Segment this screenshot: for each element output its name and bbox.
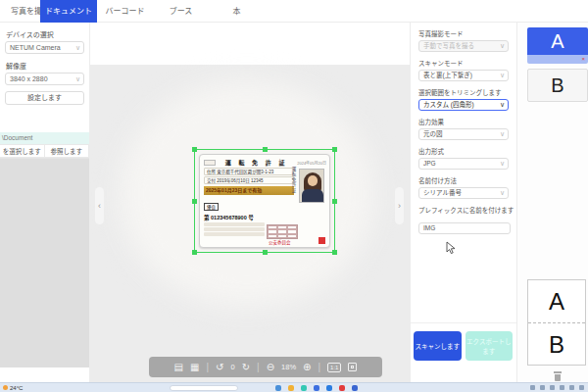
zoom-level-value: 18% (281, 363, 296, 371)
scan-mode-label: スキャンモード (418, 58, 516, 68)
output-effect-value: 元の図 (423, 130, 443, 137)
weather-icon (3, 385, 8, 390)
tab-booth[interactable]: ブース (153, 0, 209, 23)
naming-method-value: シリアル番号 (423, 189, 462, 196)
chevron-down-icon: ∨ (500, 188, 505, 198)
tab-barcode[interactable]: バーコード (97, 0, 153, 23)
rotate-angle-value: 0 (230, 363, 234, 371)
preview-side-a: A (528, 280, 585, 323)
app-icon-red[interactable] (339, 385, 345, 391)
canvas-top-strip (90, 23, 410, 65)
crop-selection-rect[interactable] (194, 149, 335, 253)
toolbar-divider: | (318, 362, 320, 372)
prefix-name-input[interactable] (418, 222, 511, 234)
page-thumbnails-panel: A × B A B (517, 23, 588, 382)
folder-tab-select[interactable]: を選択します (0, 144, 45, 158)
scan-mode-value: 表と裏(上下繋ぎ) (423, 72, 472, 78)
top-tab-bar: 写真を撮る ドキュメント バーコード ブース 本 (0, 0, 588, 23)
crop-range-label: 選択範囲をトリミングします (418, 87, 516, 97)
output-format-select[interactable]: JPG ∨ (418, 158, 509, 170)
chevron-down-icon: ∨ (75, 42, 80, 53)
folder-tab-browse[interactable]: 参照します (45, 144, 90, 158)
chevron-down-icon: ∨ (500, 129, 505, 139)
thumbnail-a-footer: × (527, 55, 588, 64)
file-list-area[interactable] (0, 159, 89, 368)
mouse-cursor (446, 241, 456, 255)
crop-range-value: カスタム (四角形) (423, 101, 474, 108)
remove-page-icon[interactable]: × (581, 56, 585, 62)
app-icon-blue1[interactable] (314, 385, 319, 391)
folder-tabs: を選択します 参照します (0, 144, 89, 159)
camera-preview-canvas[interactable]: 運 転 免 許 証 2024年05月20日 住所 東京都千代田区霞が関3-1-2… (90, 23, 410, 382)
folder-path-header: \Document (0, 132, 89, 144)
taskbar-search-box[interactable] (170, 385, 238, 391)
selection-handle-nw[interactable] (192, 147, 197, 152)
actual-size-icon[interactable]: 1:1 (327, 363, 341, 372)
device-sidebar: デバイスの選択 NETUM Camera ∨ 解像度 3840 x 2880 ∨… (0, 23, 90, 382)
device-select-label: デバイスの選択 (6, 29, 89, 39)
export-button[interactable]: エクスポートします (466, 331, 514, 361)
app-icon-blue3[interactable] (352, 385, 358, 391)
chevron-down-icon: ∨ (500, 41, 505, 51)
zoom-out-icon[interactable]: ⊖ (267, 363, 274, 372)
tab-document[interactable]: ドキュメント (40, 0, 97, 23)
selection-handle-se[interactable] (332, 250, 337, 255)
fit-to-screen-icon[interactable] (348, 363, 357, 371)
photo-mode-label: 写真撮影モード (418, 28, 516, 38)
canvas-toolbar: ▤ ▦ | ↺ 0 ↻ | ⊖ 18% ⊕ | 1:1 (149, 357, 382, 377)
taskbar-system-tray[interactable] (530, 385, 584, 390)
output-effect-select[interactable]: 元の図 ∨ (418, 128, 509, 140)
thumbnail-page-b[interactable]: B (527, 69, 588, 102)
app-icon-blue2[interactable] (326, 385, 332, 391)
output-effect-label: 出力効果 (418, 117, 516, 126)
scan-settings-panel: 写真撮影モード 手動で写真を撮る ∨ スキャンモード 表と裏(上下繋ぎ) ∨ 選… (410, 23, 517, 382)
taskbar-weather-widget[interactable]: 24°C (3, 385, 23, 391)
photo-mode-value: 手動で写真を撮る (423, 42, 474, 49)
flag-document-icon[interactable]: ▤ (174, 363, 183, 372)
photo-mode-select[interactable]: 手動で写真を撮る ∨ (418, 40, 509, 52)
crop-range-select[interactable]: カスタム (四角形) ∨ (418, 99, 509, 111)
selection-handle-n[interactable] (263, 147, 268, 152)
chevron-down-icon: ∨ (500, 159, 505, 169)
toolbar-divider: | (257, 362, 260, 372)
resolution-select[interactable]: 3840 x 2880 ∨ (5, 73, 84, 85)
naming-method-select[interactable]: シリアル番号 ∨ (418, 187, 509, 199)
naming-method-label: 名前付け方法 (418, 175, 516, 185)
app-icon-folder[interactable] (288, 385, 294, 391)
app-icon-teal[interactable] (301, 385, 307, 391)
rotate-cw-icon[interactable]: ↻ (242, 363, 250, 372)
app-icon-browser[interactable] (275, 385, 281, 391)
document-folder-panel: \Document を選択します 参照します (0, 132, 89, 379)
chevron-down-icon: ∨ (500, 71, 505, 80)
zoom-in-icon[interactable]: ⊕ (303, 363, 311, 372)
selection-handle-w[interactable] (192, 199, 197, 204)
chevron-down-icon: ∨ (500, 100, 505, 110)
device-select-value: NETUM Camera (10, 44, 61, 51)
selection-handle-s[interactable] (263, 250, 268, 255)
output-format-label: 出力形式 (418, 146, 516, 156)
windows-taskbar: 24°C (0, 382, 588, 392)
scan-mode-select[interactable]: 表と裏(上下繋ぎ) ∨ (418, 70, 509, 81)
next-page-arrow[interactable]: › (395, 187, 404, 224)
prefix-name-label: プレフィックスに名前を付けます (418, 205, 516, 215)
tab-book[interactable]: 本 (209, 0, 265, 23)
scanner-app-window: 写真を撮る ドキュメント バーコード ブース 本 デバイスの選択 NETUM C… (0, 0, 588, 392)
selection-handle-sw[interactable] (192, 250, 197, 255)
taskbar-app-icons (275, 385, 358, 391)
apply-settings-button[interactable]: 設定します (5, 91, 84, 105)
resolution-label: 解像度 (6, 61, 89, 71)
camera-capture-icon[interactable]: ▦ (190, 363, 199, 372)
toolbar-divider: | (206, 362, 209, 372)
rotate-ccw-icon[interactable]: ↺ (216, 363, 223, 372)
selection-handle-e[interactable] (332, 199, 337, 204)
combined-ab-preview[interactable]: A B (527, 279, 586, 366)
thumbnail-page-a[interactable]: A (527, 27, 588, 55)
trash-icon[interactable] (553, 371, 563, 381)
previous-page-arrow[interactable]: ‹ (95, 187, 104, 224)
preview-side-b: B (528, 323, 585, 367)
scan-button[interactable]: スキャンします (414, 331, 462, 361)
device-select[interactable]: NETUM Camera ∨ (5, 41, 84, 54)
output-format-value: JPG (423, 160, 436, 167)
chevron-down-icon: ∨ (75, 74, 80, 84)
selection-handle-ne[interactable] (332, 147, 337, 152)
